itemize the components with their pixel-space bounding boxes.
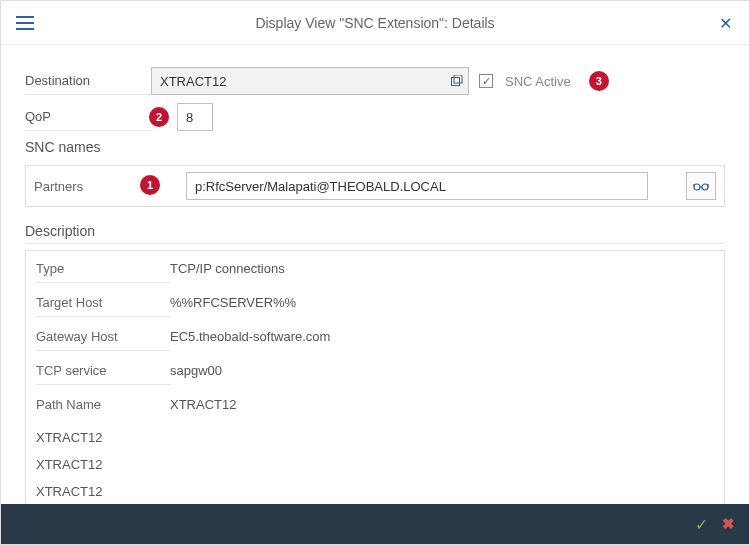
menu-button[interactable] (13, 11, 37, 35)
glasses-icon (693, 181, 709, 191)
snc-names-title: SNC names (25, 139, 725, 159)
window-title: Display View "SNC Extension": Details (255, 15, 494, 31)
desc-val: %%RFCSERVER%% (170, 295, 296, 317)
desc-row: Path Name XTRACT12 (36, 391, 714, 424)
description-section: Description Type TCP/IP connections Targ… (25, 223, 725, 504)
check-icon: ✓ (482, 75, 491, 88)
svg-point-6 (702, 184, 708, 190)
desc-row: Target Host %%RFCSERVER%% (36, 289, 714, 323)
qop-field-wrap (151, 103, 725, 131)
destination-input-wrap (151, 67, 469, 95)
description-box: Type TCP/IP connections Target Host %%RF… (25, 250, 725, 504)
destination-label: Destination (25, 67, 151, 95)
desc-row: Type TCP/IP connections (36, 255, 714, 289)
annotation-badge-2: 2 (149, 107, 169, 127)
desc-key: Path Name (36, 397, 170, 418)
partners-row: Partners 1 (25, 165, 725, 207)
snc-active-label: SNC Active (505, 74, 571, 89)
qop-input[interactable] (177, 103, 213, 131)
desc-extra: XTRACT12 (36, 478, 714, 504)
desc-extra: XTRACT12 (36, 451, 714, 478)
desc-key: Gateway Host (36, 329, 170, 351)
cancel-button[interactable]: ✖ (722, 515, 735, 533)
destination-input[interactable] (151, 67, 469, 95)
checkmark-icon: ✓ (695, 516, 708, 533)
footer-bar: ✓ ✖ (1, 504, 749, 544)
svg-rect-1 (16, 22, 34, 24)
close-icon: ✕ (719, 14, 732, 33)
desc-key: TCP service (36, 363, 170, 385)
desc-row: Gateway Host EC5.theobald-software.com (36, 323, 714, 357)
svg-point-5 (694, 184, 700, 190)
desc-val: EC5.theobald-software.com (170, 329, 330, 351)
desc-row: TCP service sapgw00 (36, 357, 714, 391)
partners-input[interactable] (186, 172, 648, 200)
qop-row: QoP 2 (25, 103, 725, 131)
desc-val: sapgw00 (170, 363, 222, 385)
desc-val: TCP/IP connections (170, 261, 285, 283)
svg-rect-0 (16, 16, 34, 18)
display-button[interactable] (686, 172, 716, 200)
titlebar: Display View "SNC Extension": Details ✕ (1, 1, 749, 45)
desc-extra: XTRACT12 (36, 424, 714, 451)
content-area: Destination ✓ SNC Active 3 QoP 2 (1, 45, 749, 504)
hamburger-icon (16, 16, 34, 30)
desc-key: Target Host (36, 295, 170, 317)
partners-label: Partners (34, 179, 144, 194)
window: Display View "SNC Extension": Details ✕ … (0, 0, 750, 545)
desc-key: Type (36, 261, 170, 283)
destination-row: Destination ✓ SNC Active 3 (25, 67, 725, 95)
snc-active-checkbox[interactable]: ✓ (479, 74, 493, 88)
close-button[interactable]: ✕ (713, 11, 737, 35)
accept-button[interactable]: ✓ (695, 515, 708, 534)
annotation-badge-3: 3 (589, 71, 609, 91)
desc-val: XTRACT12 (170, 397, 236, 418)
annotation-badge-1: 1 (140, 175, 160, 195)
description-title: Description (25, 223, 725, 244)
qop-label: QoP (25, 103, 151, 131)
destination-field-wrap: ✓ SNC Active 3 (151, 67, 725, 95)
cross-icon: ✖ (722, 515, 735, 532)
svg-rect-2 (16, 28, 34, 30)
